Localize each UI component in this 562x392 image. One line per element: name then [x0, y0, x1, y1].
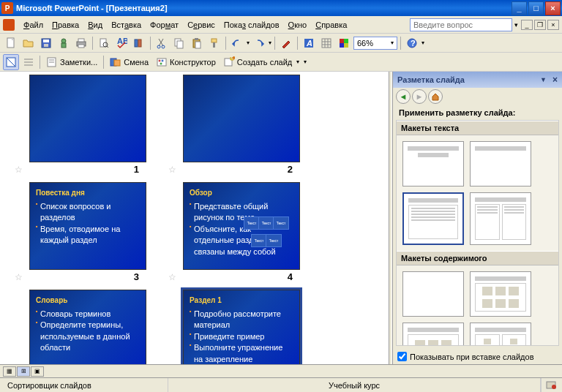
color-button[interactable]	[336, 35, 352, 51]
ink-button[interactable]	[278, 35, 294, 51]
slide-thumb-3[interactable]: Повестка дняСписок вопросов и разделовВр…	[29, 182, 146, 270]
taskpane-close-button[interactable]: ×	[552, 75, 558, 85]
spelling-button[interactable]: ABC	[113, 35, 130, 51]
status-language-icon[interactable]	[541, 378, 562, 392]
layout-two-content[interactable]	[470, 323, 531, 346]
sorter-view-icon[interactable]: ⊞	[17, 366, 30, 377]
layout-title-only[interactable]	[402, 141, 464, 186]
svg-rect-13	[135, 39, 138, 47]
zoom-combo[interactable]: 66%▾	[353, 37, 397, 50]
status-center: Учебный курс	[168, 378, 541, 392]
taskpane-dropdown-icon[interactable]: ▼	[540, 76, 547, 83]
menu-view[interactable]: Вид	[83, 19, 107, 31]
cut-button[interactable]	[154, 35, 170, 51]
expand-all-button[interactable]	[20, 54, 37, 70]
layout-title-bullets[interactable]	[402, 192, 464, 245]
menu-slideshow[interactable]: Показ слайдов	[220, 19, 284, 31]
svg-rect-8	[78, 45, 84, 48]
layout-content[interactable]	[470, 271, 531, 317]
menu-window[interactable]: Окно	[284, 19, 312, 31]
new-button[interactable]	[3, 35, 19, 51]
taskpane-forward-button[interactable]: ►	[412, 89, 427, 104]
text-formatting-button[interactable]: A	[301, 35, 317, 51]
new-slide-button[interactable]: ✦Создать слайд▾	[220, 54, 302, 70]
svg-rect-34	[344, 43, 348, 48]
slideshow-view-icon[interactable]: ▣	[31, 366, 44, 377]
menu-insert[interactable]: Вставка	[107, 19, 146, 31]
normal-view-button[interactable]	[3, 54, 19, 70]
layout-two-column[interactable]	[470, 192, 531, 245]
close-button[interactable]: ×	[545, 1, 561, 15]
svg-point-48	[159, 59, 161, 61]
designer-button[interactable]: Конструктор	[153, 54, 219, 70]
redo-button[interactable]	[251, 35, 267, 51]
save-button[interactable]	[38, 35, 54, 51]
menu-view-label: ид	[94, 20, 103, 29]
layout-grid-content	[397, 265, 558, 346]
taskpane-section-content: Макеты содержимого	[397, 251, 558, 265]
permission-button[interactable]	[56, 35, 72, 51]
taskpane-home-button[interactable]	[428, 89, 443, 104]
minimize-button[interactable]: _	[512, 1, 527, 15]
print-preview-button[interactable]	[96, 35, 112, 51]
animation-icon[interactable]: ☆	[15, 272, 23, 282]
ask-dropdown-icon[interactable]: ▾	[512, 21, 520, 29]
paste-button[interactable]	[189, 35, 205, 51]
slide-meta: ☆4	[168, 271, 300, 282]
svg-point-4	[61, 39, 66, 43]
notes-icon	[46, 56, 58, 68]
layout-title-content[interactable]	[402, 323, 464, 346]
toolbar2-options-icon[interactable]: ▾	[304, 59, 307, 65]
mdi-minimize-button[interactable]: _	[521, 20, 533, 30]
menu-format[interactable]: Формат	[146, 19, 183, 31]
mdi-close-button[interactable]: ×	[547, 20, 559, 30]
transition-icon	[110, 56, 121, 68]
slide-sorter-view[interactable]: ☆1☆2Повестка дняСписок вопросов и раздел…	[0, 72, 389, 364]
menu-help-label: правка	[321, 20, 347, 29]
ask-question-input[interactable]	[410, 18, 512, 31]
research-button[interactable]	[131, 35, 147, 51]
print-button[interactable]	[73, 35, 89, 51]
outlining-toolbar: Заметки... Смена Конструктор ✦Создать сл…	[0, 53, 562, 72]
undo-dropdown-icon[interactable]: ▾	[247, 39, 250, 46]
slide-thumb-2[interactable]	[183, 75, 300, 162]
animation-icon[interactable]: ☆	[15, 165, 23, 175]
grid-button[interactable]	[318, 35, 334, 51]
taskpane-back-button[interactable]: ◄	[396, 89, 411, 104]
maximize-button[interactable]: □	[528, 1, 544, 15]
layout-title[interactable]	[470, 141, 531, 186]
open-button[interactable]	[20, 35, 37, 51]
redo-dropdown-icon[interactable]: ▾	[269, 39, 271, 46]
menu-help[interactable]: Справка	[311, 19, 351, 31]
menu-format-label: ат	[171, 20, 179, 29]
undo-button[interactable]	[229, 35, 245, 51]
slide-thumb-6[interactable]: Раздел 1Подробно рассмотрите материалПри…	[183, 290, 300, 364]
taskpane-title: Разметка слайда	[397, 75, 465, 84]
layout-blank[interactable]	[402, 271, 464, 317]
menu-window-label: кно	[294, 20, 307, 29]
show-on-insert-checkbox[interactable]	[397, 352, 407, 361]
menu-edit[interactable]: Правка	[48, 19, 83, 31]
slide-thumb-4[interactable]: ОбзорПредставьте общий рисунок по темеОб…	[183, 182, 300, 270]
slide-wrap: ☆1	[15, 75, 146, 175]
slide-thumb-1[interactable]	[29, 75, 146, 162]
copy-button[interactable]	[171, 35, 187, 51]
toolbar-options-icon[interactable]: ▾	[422, 39, 424, 46]
help-button[interactable]: ?	[404, 35, 420, 51]
menu-tools[interactable]: Сервис	[183, 19, 220, 31]
taskpane-header: Разметка слайда ▼ ×	[393, 72, 562, 88]
slide-thumb-5[interactable]: СловарьСловарь терминовОпределите термин…	[29, 290, 146, 364]
format-painter-button[interactable]	[206, 35, 222, 51]
normal-view-icon[interactable]: ▦	[3, 366, 16, 377]
notes-button[interactable]: Заметки...	[43, 54, 100, 70]
slide-wrap: ☆2	[168, 75, 300, 175]
animation-icon[interactable]: ☆	[168, 165, 176, 175]
slide-title: Раздел 1	[190, 296, 293, 304]
svg-rect-3	[44, 44, 48, 47]
taskpane-body[interactable]: Макеты текста Макеты содержимого	[396, 120, 559, 346]
transition-button[interactable]: Смена	[107, 54, 151, 70]
mdi-restore-button[interactable]: ❐	[534, 20, 546, 30]
animation-icon[interactable]: ☆	[168, 272, 176, 282]
slide-wrap: Раздел 1Подробно рассмотрите материалПри…	[168, 290, 300, 364]
menu-file[interactable]: Файл	[19, 19, 48, 31]
